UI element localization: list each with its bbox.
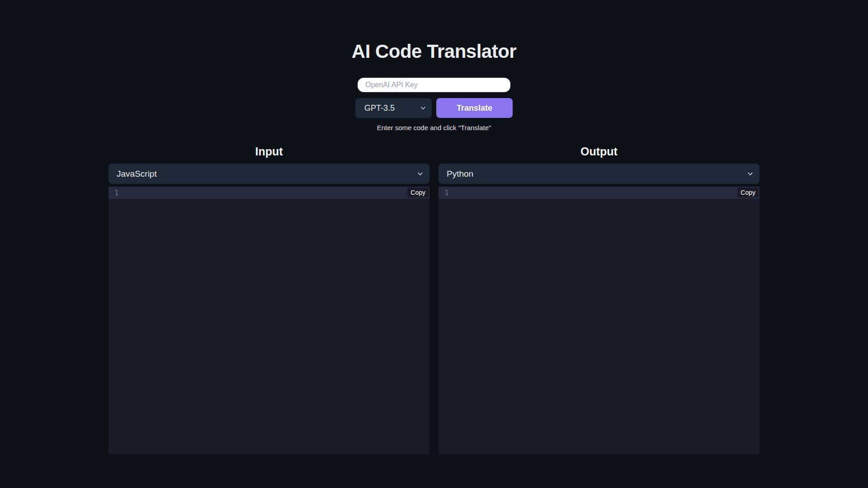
output-panel-heading: Output [439,145,760,158]
app-viewport: AI Code Translator GPT-3.5 Translate Ent… [0,0,868,488]
page-title: AI Code Translator [352,41,516,62]
input-panel-heading: Input [108,145,429,158]
api-key-input[interactable] [358,78,510,92]
input-code-content[interactable] [108,199,429,455]
model-select[interactable]: GPT-3.5 [355,98,432,118]
input-language-select[interactable]: JavaScript [108,164,429,184]
output-copy-button[interactable]: Copy [737,188,759,197]
editor-active-line: 1 [439,187,760,199]
chevron-down-icon [417,170,424,177]
output-language-value: Python [447,169,473,179]
chevron-down-icon [420,105,426,111]
status-text: Enter some code and click "Translate" [377,124,491,131]
input-code-editor[interactable]: 1 Copy [108,187,429,455]
model-select-value: GPT-3.5 [364,103,395,113]
controls-row: GPT-3.5 Translate [355,98,513,118]
output-code-content[interactable] [439,199,760,455]
output-panel: Output Python 1 Copy [439,145,760,455]
output-language-select[interactable]: Python [439,164,760,184]
editor-active-line: 1 [108,187,429,199]
input-language-value: JavaScript [117,169,157,179]
translate-button[interactable]: Translate [436,98,513,118]
chevron-down-icon [747,170,754,177]
line-number: 1 [444,188,449,197]
input-copy-button[interactable]: Copy [407,188,429,197]
input-panel: Input JavaScript 1 Copy [108,145,429,455]
panels-row: Input JavaScript 1 Copy Output Pyt [108,145,760,455]
line-number: 1 [114,188,119,197]
output-code-editor[interactable]: 1 Copy [439,187,760,455]
